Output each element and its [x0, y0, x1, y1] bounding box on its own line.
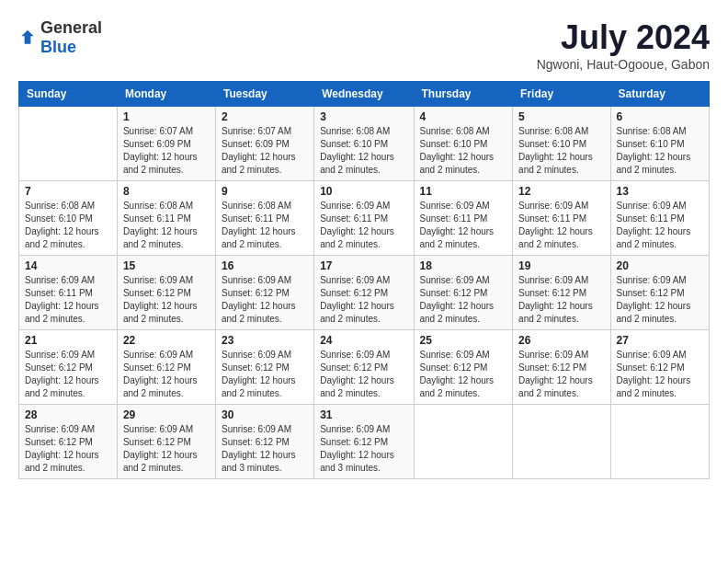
day-cell: 16Sunrise: 6:09 AM Sunset: 6:12 PM Dayli…: [215, 256, 313, 330]
day-number: 26: [518, 334, 604, 347]
day-cell: 8Sunrise: 6:08 AM Sunset: 6:11 PM Daylig…: [117, 181, 215, 256]
day-cell: 7Sunrise: 6:08 AM Sunset: 6:10 PM Daylig…: [19, 181, 118, 256]
day-info: Sunrise: 6:09 AM Sunset: 6:11 PM Dayligh…: [617, 201, 691, 249]
day-cell: 27Sunrise: 6:09 AM Sunset: 6:12 PM Dayli…: [610, 330, 709, 405]
location-subtitle: Ngwoni, Haut-Ogooue, Gabon: [537, 57, 710, 72]
day-cell: [414, 405, 513, 479]
day-number: 27: [617, 334, 703, 347]
day-info: Sunrise: 6:08 AM Sunset: 6:10 PM Dayligh…: [518, 126, 593, 175]
day-info: Sunrise: 6:08 AM Sunset: 6:10 PM Dayligh…: [617, 126, 691, 175]
day-info: Sunrise: 6:09 AM Sunset: 6:12 PM Dayligh…: [222, 275, 296, 324]
logo-icon: [18, 29, 37, 47]
day-info: Sunrise: 6:09 AM Sunset: 6:11 PM Dayligh…: [420, 201, 495, 249]
day-cell: 4Sunrise: 6:08 AM Sunset: 6:10 PM Daylig…: [414, 107, 513, 181]
day-info: Sunrise: 6:09 AM Sunset: 6:12 PM Dayligh…: [123, 424, 198, 473]
day-number: 15: [123, 259, 210, 272]
day-number: 28: [25, 408, 111, 421]
day-info: Sunrise: 6:08 AM Sunset: 6:10 PM Dayligh…: [25, 201, 99, 249]
day-number: 20: [617, 259, 703, 272]
day-cell: [513, 405, 610, 479]
calendar-table: SundayMondayTuesdayWednesdayThursdayFrid…: [18, 81, 710, 479]
day-number: 5: [518, 110, 604, 123]
logo-blue-text: Blue: [40, 38, 76, 56]
month-year-title: July 2024: [537, 18, 710, 57]
day-cell: 9Sunrise: 6:08 AM Sunset: 6:11 PM Daylig…: [215, 181, 313, 256]
day-number: 8: [123, 185, 210, 198]
day-cell: 29Sunrise: 6:09 AM Sunset: 6:12 PM Dayli…: [117, 405, 215, 479]
svg-marker-0: [21, 30, 33, 44]
column-header-sunday: Sunday: [19, 82, 118, 107]
day-cell: 24Sunrise: 6:09 AM Sunset: 6:12 PM Dayli…: [314, 330, 414, 405]
day-info: Sunrise: 6:09 AM Sunset: 6:12 PM Dayligh…: [25, 350, 99, 398]
day-cell: 12Sunrise: 6:09 AM Sunset: 6:11 PM Dayli…: [513, 181, 610, 256]
day-info: Sunrise: 6:09 AM Sunset: 6:12 PM Dayligh…: [420, 275, 495, 324]
day-number: 2: [222, 110, 308, 123]
day-number: 25: [420, 334, 507, 347]
week-row-4: 21Sunrise: 6:09 AM Sunset: 6:12 PM Dayli…: [19, 330, 710, 405]
day-info: Sunrise: 6:09 AM Sunset: 6:12 PM Dayligh…: [123, 275, 198, 324]
day-info: Sunrise: 6:09 AM Sunset: 6:12 PM Dayligh…: [320, 275, 394, 324]
logo-general-text: General: [40, 18, 102, 37]
day-info: Sunrise: 6:08 AM Sunset: 6:11 PM Dayligh…: [222, 201, 296, 249]
day-info: Sunrise: 6:09 AM Sunset: 6:11 PM Dayligh…: [518, 201, 593, 249]
day-info: Sunrise: 6:09 AM Sunset: 6:12 PM Dayligh…: [518, 275, 593, 324]
day-info: Sunrise: 6:09 AM Sunset: 6:11 PM Dayligh…: [320, 201, 394, 249]
day-info: Sunrise: 6:09 AM Sunset: 6:11 PM Dayligh…: [25, 275, 99, 324]
day-number: 21: [25, 334, 111, 347]
day-number: 10: [320, 185, 407, 198]
day-info: Sunrise: 6:09 AM Sunset: 6:12 PM Dayligh…: [420, 350, 495, 398]
logo: General Blue: [18, 18, 102, 57]
week-row-2: 7Sunrise: 6:08 AM Sunset: 6:10 PM Daylig…: [19, 181, 710, 256]
day-cell: 3Sunrise: 6:08 AM Sunset: 6:10 PM Daylig…: [314, 107, 414, 181]
week-row-3: 14Sunrise: 6:09 AM Sunset: 6:11 PM Dayli…: [19, 256, 710, 330]
day-number: 29: [123, 408, 210, 421]
column-header-monday: Monday: [117, 82, 215, 107]
day-number: 23: [222, 334, 308, 347]
day-number: 16: [222, 259, 308, 272]
day-cell: 18Sunrise: 6:09 AM Sunset: 6:12 PM Dayli…: [414, 256, 513, 330]
day-cell: 20Sunrise: 6:09 AM Sunset: 6:12 PM Dayli…: [610, 256, 709, 330]
day-info: Sunrise: 6:09 AM Sunset: 6:12 PM Dayligh…: [518, 350, 593, 398]
day-info: Sunrise: 6:09 AM Sunset: 6:12 PM Dayligh…: [25, 424, 99, 473]
column-header-thursday: Thursday: [414, 82, 513, 107]
day-cell: 31Sunrise: 6:09 AM Sunset: 6:12 PM Dayli…: [314, 405, 414, 479]
day-info: Sunrise: 6:07 AM Sunset: 6:09 PM Dayligh…: [222, 126, 296, 175]
week-row-5: 28Sunrise: 6:09 AM Sunset: 6:12 PM Dayli…: [19, 405, 710, 479]
day-number: 31: [320, 408, 407, 421]
day-cell: 26Sunrise: 6:09 AM Sunset: 6:12 PM Dayli…: [513, 330, 610, 405]
day-cell: 21Sunrise: 6:09 AM Sunset: 6:12 PM Dayli…: [19, 330, 118, 405]
day-info: Sunrise: 6:09 AM Sunset: 6:12 PM Dayligh…: [222, 424, 296, 473]
day-info: Sunrise: 6:09 AM Sunset: 6:12 PM Dayligh…: [222, 350, 296, 398]
day-info: Sunrise: 6:07 AM Sunset: 6:09 PM Dayligh…: [123, 126, 198, 175]
day-number: 19: [518, 259, 604, 272]
title-area: July 2024 Ngwoni, Haut-Ogooue, Gabon: [537, 18, 710, 72]
day-cell: 1Sunrise: 6:07 AM Sunset: 6:09 PM Daylig…: [117, 107, 215, 181]
day-cell: [19, 107, 118, 181]
day-number: 17: [320, 259, 407, 272]
day-number: 7: [25, 185, 111, 198]
day-cell: 14Sunrise: 6:09 AM Sunset: 6:11 PM Dayli…: [19, 256, 118, 330]
day-cell: 25Sunrise: 6:09 AM Sunset: 6:12 PM Dayli…: [414, 330, 513, 405]
day-info: Sunrise: 6:09 AM Sunset: 6:12 PM Dayligh…: [320, 424, 394, 473]
day-cell: 11Sunrise: 6:09 AM Sunset: 6:11 PM Dayli…: [414, 181, 513, 256]
day-cell: 28Sunrise: 6:09 AM Sunset: 6:12 PM Dayli…: [19, 405, 118, 479]
day-cell: 30Sunrise: 6:09 AM Sunset: 6:12 PM Dayli…: [215, 405, 313, 479]
day-cell: 13Sunrise: 6:09 AM Sunset: 6:11 PM Dayli…: [610, 181, 709, 256]
day-number: 18: [420, 259, 507, 272]
day-cell: [610, 405, 709, 479]
day-info: Sunrise: 6:09 AM Sunset: 6:12 PM Dayligh…: [617, 350, 691, 398]
day-cell: 2Sunrise: 6:07 AM Sunset: 6:09 PM Daylig…: [215, 107, 313, 181]
day-number: 11: [420, 185, 507, 198]
day-info: Sunrise: 6:09 AM Sunset: 6:12 PM Dayligh…: [617, 275, 691, 324]
day-info: Sunrise: 6:08 AM Sunset: 6:10 PM Dayligh…: [420, 126, 495, 175]
week-row-1: 1Sunrise: 6:07 AM Sunset: 6:09 PM Daylig…: [19, 107, 710, 181]
day-number: 14: [25, 259, 111, 272]
day-number: 9: [222, 185, 308, 198]
column-header-tuesday: Tuesday: [215, 82, 313, 107]
header: General Blue July 2024 Ngwoni, Haut-Ogoo…: [18, 18, 710, 72]
day-number: 24: [320, 334, 407, 347]
day-number: 1: [123, 110, 210, 123]
day-number: 13: [617, 185, 703, 198]
day-cell: 6Sunrise: 6:08 AM Sunset: 6:10 PM Daylig…: [610, 107, 709, 181]
day-cell: 22Sunrise: 6:09 AM Sunset: 6:12 PM Dayli…: [117, 330, 215, 405]
